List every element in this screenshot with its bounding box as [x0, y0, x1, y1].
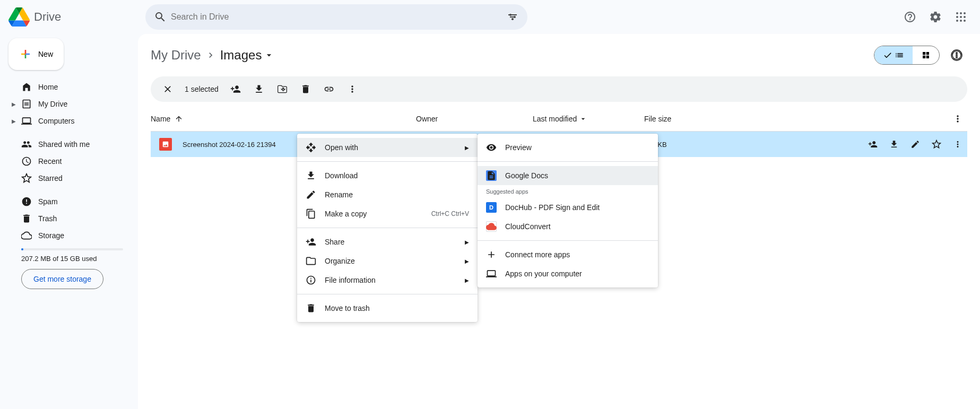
selection-count: 1 selected	[185, 85, 219, 93]
grid-view-button[interactable]	[913, 46, 939, 64]
row-more-icon[interactable]	[948, 135, 967, 154]
link-icon[interactable]	[318, 79, 340, 100]
delete-icon[interactable]	[295, 79, 316, 100]
sidebar: New Home ▶ My Drive ▶ Computers Shared w…	[0, 34, 138, 293]
submenu-arrow-icon: ▶	[465, 239, 469, 245]
svg-point-3	[956, 12, 958, 14]
menu-divider	[297, 161, 478, 162]
submenu-label: DocHub - PDF Sign and Edit	[505, 203, 600, 212]
docs-app-icon	[486, 170, 497, 181]
list-header: Name Owner Last modified File size	[151, 106, 967, 132]
breadcrumb-root[interactable]: My Drive	[151, 48, 201, 63]
submenu-computer-apps[interactable]: Apps on your computer	[478, 264, 658, 283]
list-view-button[interactable]	[874, 46, 913, 64]
sidebar-item-storage[interactable]: Storage	[8, 227, 129, 244]
svg-point-6	[956, 16, 958, 18]
search-icon[interactable]	[150, 6, 171, 28]
search-options-icon[interactable]	[502, 6, 523, 28]
search-input[interactable]	[171, 12, 502, 22]
download-icon[interactable]	[248, 79, 270, 100]
svg-point-11	[964, 20, 966, 22]
menu-share[interactable]: Share ▶	[297, 232, 478, 251]
menu-label: File information	[325, 276, 376, 284]
sidebar-item-home[interactable]: Home	[8, 79, 129, 95]
logo-area[interactable]: Drive	[8, 6, 141, 28]
sidebar-item-trash[interactable]: Trash	[8, 210, 129, 227]
svg-point-9	[956, 20, 958, 22]
menu-label: Make a copy	[325, 210, 367, 218]
submenu-cloudconvert[interactable]: CloudConvert	[478, 217, 658, 236]
svg-point-4	[960, 12, 962, 14]
menu-label: Download	[325, 171, 358, 180]
submenu-arrow-icon: ▶	[465, 145, 469, 151]
menu-make-copy[interactable]: Make a copy Ctrl+C Ctrl+V	[297, 204, 478, 223]
new-button[interactable]: New	[8, 38, 64, 70]
sidebar-item-starred[interactable]: Starred	[8, 170, 129, 187]
sidebar-item-label: Recent	[38, 157, 62, 166]
svg-point-2	[511, 18, 514, 20]
menu-divider	[297, 294, 478, 294]
submenu-label: Apps on your computer	[505, 269, 582, 278]
column-name[interactable]: Name	[151, 115, 416, 123]
clear-selection-icon[interactable]	[157, 79, 178, 100]
menu-divider	[297, 228, 478, 228]
sidebar-item-label: Trash	[38, 214, 57, 223]
row-rename-icon[interactable]	[906, 135, 925, 154]
menu-file-info[interactable]: File information ▶	[297, 271, 478, 290]
share-icon[interactable]	[225, 79, 246, 100]
row-star-icon[interactable]	[927, 135, 946, 154]
drive-logo-icon	[8, 6, 30, 28]
row-download-icon[interactable]	[884, 135, 904, 154]
apps-grid-icon[interactable]	[950, 6, 972, 28]
expand-icon[interactable]: ▶	[12, 101, 16, 107]
submenu-arrow-icon: ▶	[465, 258, 469, 264]
breadcrumb-current[interactable]: Images	[220, 48, 275, 63]
help-icon[interactable]	[899, 6, 921, 28]
column-owner[interactable]: Owner	[416, 115, 533, 123]
menu-label: Open with	[325, 143, 358, 152]
menu-download[interactable]: Download	[297, 166, 478, 185]
more-actions-icon[interactable]	[342, 79, 363, 100]
submenu-dochub[interactable]: D DocHub - PDF Sign and Edit	[478, 198, 658, 217]
breadcrumb: My Drive Images	[138, 34, 980, 72]
submenu-label: Connect more apps	[505, 250, 570, 259]
column-modified[interactable]: Last modified	[533, 115, 644, 123]
submenu-heading: Suggested apps	[478, 185, 658, 198]
open-with-submenu: Preview Google Docs Suggested apps D Doc…	[478, 134, 658, 288]
sidebar-item-computers[interactable]: ▶ Computers	[8, 112, 129, 129]
menu-label: Rename	[325, 190, 353, 199]
storage-progress	[21, 248, 123, 250]
menu-trash[interactable]: Move to trash	[297, 299, 478, 318]
svg-point-5	[964, 12, 966, 14]
svg-point-7	[960, 16, 962, 18]
submenu-label: CloudConvert	[505, 222, 551, 231]
dropdown-arrow-icon	[264, 50, 274, 60]
row-share-icon[interactable]	[863, 135, 882, 154]
sidebar-item-mydrive[interactable]: ▶ My Drive	[8, 95, 129, 112]
menu-rename[interactable]: Rename	[297, 185, 478, 204]
menu-divider	[478, 240, 658, 241]
settings-icon[interactable]	[925, 6, 946, 28]
submenu-label: Preview	[505, 143, 532, 152]
sidebar-item-spam[interactable]: Spam	[8, 193, 129, 210]
sidebar-item-label: Starred	[38, 174, 63, 182]
submenu-google-docs[interactable]: Google Docs	[478, 166, 658, 185]
details-icon[interactable]	[946, 45, 967, 66]
header-more-icon[interactable]	[948, 109, 967, 128]
search-bar	[145, 4, 527, 30]
submenu-arrow-icon: ▶	[465, 277, 469, 283]
app-name: Drive	[34, 10, 61, 24]
sidebar-item-label: Computers	[38, 117, 74, 125]
move-icon[interactable]	[272, 79, 293, 100]
svg-point-10	[960, 20, 962, 22]
sidebar-item-recent[interactable]: Recent	[8, 153, 129, 170]
column-size[interactable]: File size	[644, 115, 750, 123]
svg-point-0	[509, 14, 511, 16]
submenu-preview[interactable]: Preview	[478, 138, 658, 157]
expand-icon[interactable]: ▶	[12, 118, 16, 124]
sidebar-item-shared[interactable]: Shared with me	[8, 136, 129, 153]
menu-organize[interactable]: Organize ▶	[297, 251, 478, 271]
get-storage-button[interactable]: Get more storage	[21, 269, 103, 289]
menu-open-with[interactable]: Open with ▶	[297, 138, 478, 157]
submenu-connect-apps[interactable]: Connect more apps	[478, 245, 658, 264]
